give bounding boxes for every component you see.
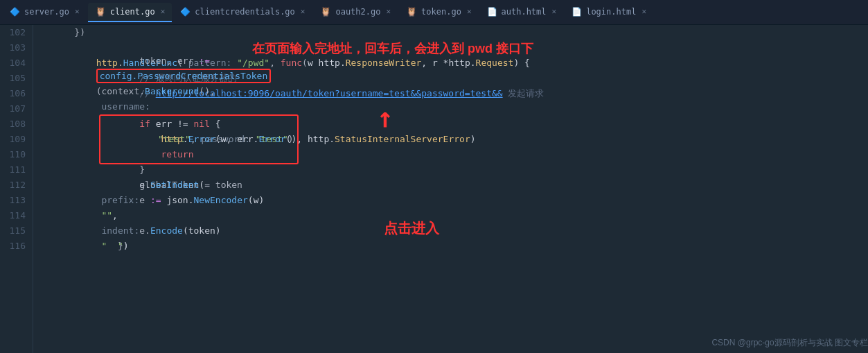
line-num-107: 107 (0, 101, 33, 117)
tab-close-token[interactable]: ✕ (467, 7, 472, 16)
tab-label-token: token.go (421, 7, 461, 17)
footer-watermark: CSDN @grpc-go源码剖析与实战 图文专栏 (711, 337, 868, 349)
code-line-110: return (53, 147, 868, 162)
line-num-108: 108 (0, 117, 33, 132)
line-num-111: 111 (0, 162, 33, 178)
tab-label-auth: auth.html (502, 7, 547, 17)
tab-client-go[interactable]: 🦉 client.go ✕ (88, 3, 172, 22)
tab-login-html[interactable]: 📄 login.html ✕ (565, 3, 653, 22)
line-num-103: 103 (0, 40, 33, 55)
line-num-102: 102 (0, 25, 33, 40)
tab-auth-html[interactable]: 📄 auth.html ✕ (480, 3, 564, 22)
line-num-105: 105 (0, 71, 33, 86)
tab-bar: 🔷 server.go ✕ 🦉 client.go ✕ 🔷 clientcred… (0, 0, 868, 25)
tab-close-client[interactable]: ✕ (161, 7, 166, 16)
line-num-109: 109 (0, 132, 33, 147)
tab-icon-client: 🦉 (95, 6, 106, 17)
tab-close-auth[interactable]: ✕ (552, 7, 557, 16)
tab-label-client: client.go (110, 7, 155, 17)
code-line-115: e.Encode(token) (53, 223, 868, 239)
tab-icon-clientcred: 🔷 (180, 7, 191, 17)
tab-close-oauth2[interactable]: ✕ (386, 7, 391, 16)
line-num-110: 110 (0, 147, 33, 162)
line-num-116: 116 (0, 239, 33, 254)
tab-label-oauth2: oauth2.go (335, 7, 380, 17)
code-line-116: }) (53, 239, 868, 254)
tab-icon-login: 📄 (572, 7, 582, 17)
line-num-114: 114 (0, 208, 33, 223)
tab-close-server[interactable]: ✕ (75, 7, 80, 16)
tab-icon-auth: 📄 (487, 7, 497, 17)
code-text: }) (53, 223, 129, 269)
tab-oauth2-go[interactable]: 🦉 oauth2.go ✕ (313, 3, 398, 22)
highlight-func: config.PasswordCredentialsToken (96, 69, 272, 83)
line-num-113: 113 (0, 193, 33, 208)
line-num-104: 104 (0, 55, 33, 71)
tab-close-clientcred[interactable]: ✕ (301, 7, 305, 16)
tab-token-go[interactable]: 🦉 token.go ✕ (399, 3, 478, 22)
tab-server-go[interactable]: 🔷 server.go ✕ (3, 3, 87, 22)
gutter (33, 25, 44, 353)
tab-close-login[interactable]: ✕ (641, 7, 646, 16)
line-numbers: 102 103 104 105 106 107 108 109 110 111 … (0, 25, 33, 353)
code-area: }) http.HandleFunc( pattern: "/pwd", fun… (44, 25, 868, 353)
tab-icon-oauth2: 🦉 (320, 6, 331, 17)
line-num-112: 112 (0, 178, 33, 193)
line-num-115: 115 (0, 223, 33, 239)
editor: 102 103 104 105 106 107 108 109 110 111 … (0, 25, 868, 353)
tab-label-server: server.go (24, 7, 69, 17)
tab-icon-server: 🔷 (10, 7, 20, 17)
tab-label-login: login.html (586, 7, 636, 17)
tab-icon-token: 🦉 (406, 6, 417, 17)
tab-label-clientcred: clientcredentials.go (195, 7, 295, 17)
tab-clientcredentials-go[interactable]: 🔷 clientcredentials.go ✕ (173, 3, 312, 22)
line-num-106: 106 (0, 86, 33, 101)
